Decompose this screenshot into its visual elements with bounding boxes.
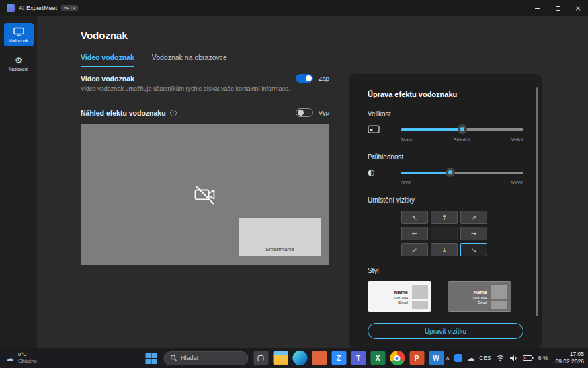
style-card-dark[interactable]: Name Sub Title Email [448, 281, 511, 312]
battery-percent: 6 % [538, 355, 548, 361]
preview-toggle[interactable] [296, 108, 313, 117]
preview-toggle-state: Vyp [319, 109, 329, 116]
size-tick-mid: Střední [454, 137, 470, 143]
video-watermark-heading: Video vodoznak [81, 75, 134, 83]
app-logo-icon [7, 4, 15, 12]
search-icon [170, 355, 177, 361]
start-button[interactable] [144, 351, 158, 365]
card-name: Name [394, 289, 408, 295]
slider-fill [401, 128, 462, 131]
position-cell[interactable]: ↖ [401, 211, 428, 224]
powerpoint-icon[interactable]: P [409, 351, 424, 365]
teams-icon[interactable]: T [351, 351, 366, 365]
position-cell[interactable]: ↙ [401, 243, 428, 256]
chrome-icon[interactable] [390, 351, 405, 365]
camera-off-icon [194, 183, 216, 206]
sidebar-item-label: Nastavení [9, 67, 28, 71]
hidden-icons-chevron[interactable]: ∧ [446, 355, 450, 361]
battery-icon[interactable] [523, 355, 534, 361]
onedrive-icon[interactable]: ☁ [467, 355, 474, 362]
watermark-card: Smartmania [239, 218, 321, 256]
excel-icon[interactable]: X [370, 351, 385, 365]
size-slider[interactable] [401, 124, 523, 134]
titlebar: AI ExpertMeet BETA × [0, 0, 588, 16]
time: 17:05 [555, 351, 584, 358]
desktop: AI ExpertMeet BETA × Vodoznak [0, 0, 588, 368]
sidebar-item-vodoznak[interactable]: Vodoznak [4, 23, 34, 46]
weather-condition: Oblačno [18, 358, 37, 365]
page-title: Vodoznak [81, 30, 542, 41]
search-input[interactable] [181, 355, 241, 361]
toggle-knob [298, 110, 304, 116]
info-glyph: i [173, 110, 173, 115]
wifi-icon[interactable] [496, 355, 505, 362]
position-cell[interactable]: → [460, 227, 487, 240]
toggle-knob [306, 75, 312, 81]
taskbar: ☁ 0°C Oblačno ZTXPW ∧ ☁ CES [0, 348, 588, 368]
transparency-slider-thumb[interactable] [446, 168, 455, 177]
card-subtitle: Sub Title [473, 296, 487, 300]
taskbar-apps: ZTXPW [253, 351, 444, 365]
position-cell[interactable]: ↗ [460, 211, 487, 224]
video-preview: Smartmania [81, 124, 329, 265]
close-button[interactable]: × [568, 0, 588, 16]
zoom-icon[interactable]: Z [331, 351, 346, 365]
size-icon [368, 124, 401, 134]
style-card-light[interactable]: Name Sub Title Email [368, 281, 431, 312]
video-watermark-description: Video vodoznak umožňuje účastníkům rychl… [81, 85, 329, 92]
size-label: Velikost [368, 110, 523, 118]
minimize-icon [535, 8, 540, 9]
card-email: Email [473, 301, 487, 305]
minimize-button[interactable] [528, 0, 548, 16]
position-cell[interactable]: ← [401, 227, 428, 240]
app-title: AI ExpertMeet [19, 5, 57, 11]
edit-card-button[interactable]: Upravit vizitku [368, 323, 523, 339]
card-subtitle: Sub Title [394, 296, 408, 300]
position-cell[interactable]: ↘ [460, 243, 487, 256]
task-view-icon[interactable] [253, 351, 268, 365]
edge-icon[interactable] [292, 351, 307, 365]
transparency-icon: ◐ [368, 168, 401, 177]
tray-app-icon[interactable] [454, 354, 462, 362]
tabs: Video vodoznak Vodoznak na obrazovce [81, 53, 542, 67]
size-tick-min: Malá [401, 137, 412, 143]
transparency-label: Průhlednost [368, 153, 523, 161]
tab-video-vodoznak[interactable]: Video vodoznak [81, 53, 134, 67]
taskbar-search[interactable] [163, 351, 248, 365]
weather-widget[interactable]: ☁ 0°C Oblačno [5, 351, 37, 365]
position-cell[interactable]: ↑ [431, 211, 458, 224]
panel-scrollbar[interactable] [536, 87, 538, 316]
card-image-placeholder [491, 285, 507, 309]
watermark-settings-panel: Úprava efektu vodoznaku Velikost [349, 74, 542, 348]
watermark-icon [13, 27, 24, 36]
transparency-slider[interactable] [401, 168, 523, 177]
size-tick-max: Velká [511, 137, 523, 143]
photos-icon[interactable] [312, 351, 327, 365]
card-image-placeholder [412, 285, 428, 309]
language-indicator[interactable]: CES [479, 355, 491, 361]
position-cell [431, 227, 458, 240]
gear-icon: ⚙ [15, 56, 23, 65]
word-icon[interactable]: W [429, 351, 444, 365]
position-label: Umístění vizitky [368, 196, 523, 204]
sidebar-item-nastaveni[interactable]: ⚙ Nastavení [4, 52, 34, 75]
transparency-tick-min: 50% [401, 180, 411, 186]
video-watermark-toggle[interactable] [296, 74, 313, 83]
panel-title: Úprava efektu vodoznaku [368, 90, 523, 98]
watermark-label: Smartmania [265, 246, 294, 252]
transparency-tick-max: 100% [511, 180, 523, 186]
preview-heading: Náhled efektu vodoznaku [81, 109, 166, 117]
volume-icon[interactable] [509, 355, 518, 362]
weather-temperature: 0°C [18, 351, 37, 358]
clock[interactable]: 17:05 09.02.2026 [555, 351, 584, 365]
tab-vodoznak-na-obrazovce[interactable]: Vodoznak na obrazovce [152, 53, 227, 67]
slider-fill [401, 172, 450, 174]
maximize-icon [556, 6, 560, 11]
maximize-button[interactable] [548, 0, 568, 16]
position-cell[interactable]: ↓ [431, 243, 458, 256]
info-icon[interactable]: i [170, 110, 177, 116]
size-slider-thumb[interactable] [458, 124, 467, 134]
style-label: Styl [368, 267, 523, 274]
sidebar-item-label: Vodoznak [9, 38, 28, 43]
file-explorer-icon[interactable] [273, 351, 288, 365]
